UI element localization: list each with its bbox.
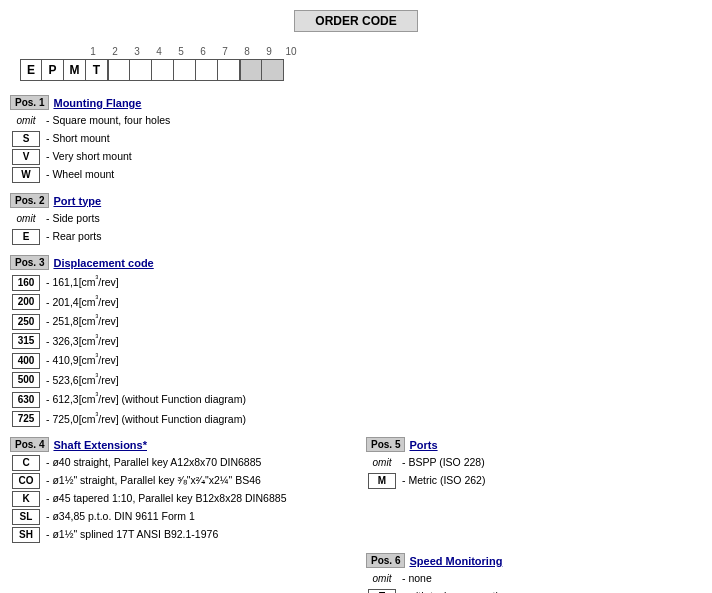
section-rows-pos2: omit- Side portsE- Rear ports bbox=[10, 211, 346, 245]
section-pos4: Pos. 4Shaft Extensions*C- ø40 straight, … bbox=[10, 437, 346, 545]
section-header-pos1: Pos. 1Mounting Flange bbox=[10, 95, 346, 110]
section-row: E- Rear ports bbox=[12, 229, 346, 245]
row-key: 630 bbox=[12, 392, 40, 408]
row-key: 315 bbox=[12, 333, 40, 349]
row-desc: - ø1½" splined 17T ANSI B92.1-1976 bbox=[46, 527, 218, 542]
row-desc: - Metric (ISO 262) bbox=[402, 473, 485, 488]
row-key: 200 bbox=[12, 294, 40, 310]
row-desc: - ø40 straight, Parallel key A12x8x70 DI… bbox=[46, 455, 261, 470]
row-desc: - none bbox=[402, 571, 432, 586]
section-row: 630- 612,3[cm³/rev] (without Function di… bbox=[12, 390, 346, 408]
section-rows-pos4: C- ø40 straight, Parallel key A12x8x70 D… bbox=[10, 455, 346, 543]
row-key: M bbox=[368, 473, 396, 489]
row-desc: - Rear ports bbox=[46, 229, 101, 244]
row-key: 500 bbox=[12, 372, 40, 388]
section-row: T- with tacho connection (only for side … bbox=[368, 589, 702, 593]
number-cell: 3 bbox=[126, 46, 148, 57]
section-rows-pos6: omit- noneT- with tacho connection (only… bbox=[366, 571, 702, 593]
code-grid: 12345678910 EPMT bbox=[10, 46, 702, 81]
row-key: 725 bbox=[12, 411, 40, 427]
row-key: K bbox=[12, 491, 40, 507]
number-cell: 6 bbox=[192, 46, 214, 57]
section-row: SL- ø34,85 p.t.o. DIN 9611 Form 1 bbox=[12, 509, 346, 525]
section-header-pos4: Pos. 4Shaft Extensions* bbox=[10, 437, 346, 452]
section-row: omit- Side ports bbox=[12, 211, 346, 227]
pos-badge-pos6: Pos. 6 bbox=[366, 553, 405, 568]
pos-badge-pos5: Pos. 5 bbox=[366, 437, 405, 452]
row-key: V bbox=[12, 149, 40, 165]
page-container: ORDER CODE 12345678910 EPMT Pos. 1Mounti… bbox=[10, 10, 702, 593]
row-key: E bbox=[12, 229, 40, 245]
row-desc: - 612,3[cm³/rev] (without Function diagr… bbox=[46, 390, 246, 406]
section-rows-pos3: 160- 161,1[cm³/rev]200- 201,4[cm³/rev]25… bbox=[10, 273, 346, 427]
section-title-pos1: Mounting Flange bbox=[53, 97, 141, 109]
row-key: omit bbox=[12, 211, 40, 227]
pos-badge-pos4: Pos. 4 bbox=[10, 437, 49, 452]
number-cell: 4 bbox=[148, 46, 170, 57]
row-key: omit bbox=[368, 455, 396, 471]
section-pos3: Pos. 3Displacement code160- 161,1[cm³/re… bbox=[10, 255, 346, 429]
row-desc: - 523,6[cm³/rev] bbox=[46, 371, 119, 387]
section-title-pos3: Displacement code bbox=[53, 257, 153, 269]
row-desc: - ø1½" straight, Parallel key ³⁄₈"x²⁄₄"x… bbox=[46, 473, 261, 488]
section-row: omit- BSPP (ISO 228) bbox=[368, 455, 702, 471]
row-desc: - 725,0[cm³/rev] (without Function diagr… bbox=[46, 410, 246, 426]
number-cell: 7 bbox=[214, 46, 236, 57]
row-desc: - 410,9[cm³/rev] bbox=[46, 351, 119, 367]
section-rows-pos1: omit- Square mount, four holesS- Short m… bbox=[10, 113, 346, 183]
code-letter-box: M bbox=[64, 59, 86, 81]
page-title: ORDER CODE bbox=[294, 10, 417, 32]
row-key: SL bbox=[12, 509, 40, 525]
row-key: omit bbox=[368, 571, 396, 587]
row-desc: - 326,3[cm³/rev] bbox=[46, 332, 119, 348]
row-desc: - Short mount bbox=[46, 131, 110, 146]
row-key: 400 bbox=[12, 353, 40, 369]
number-row: 12345678910 bbox=[82, 46, 702, 57]
code-letter-box: E bbox=[20, 59, 42, 81]
row-desc: - Very short mount bbox=[46, 149, 132, 164]
row-desc: - with tacho connection (only for side p… bbox=[402, 589, 589, 593]
row-key: C bbox=[12, 455, 40, 471]
section-pos5: Pos. 5Portsomit- BSPP (ISO 228)M- Metric… bbox=[366, 437, 702, 545]
section-row: S- Short mount bbox=[12, 131, 346, 147]
sections-grid: Pos. 1Mounting Flangeomit- Square mount,… bbox=[10, 95, 702, 593]
row-key: T bbox=[368, 589, 396, 593]
section-row: C- ø40 straight, Parallel key A12x8x70 D… bbox=[12, 455, 346, 471]
row-desc: - ø45 tapered 1:10, Parallel key B12x8x2… bbox=[46, 491, 286, 506]
section-title-pos5: Ports bbox=[409, 439, 437, 451]
pos-badge-pos2: Pos. 2 bbox=[10, 193, 49, 208]
code-letter-box: T bbox=[86, 59, 108, 81]
code-gray-box bbox=[262, 59, 284, 81]
section-row: 315- 326,3[cm³/rev] bbox=[12, 332, 346, 350]
number-cell: 8 bbox=[236, 46, 258, 57]
code-empty-box bbox=[130, 59, 152, 81]
code-row: EPMT bbox=[20, 59, 702, 81]
section-row: 500- 523,6[cm³/rev] bbox=[12, 371, 346, 389]
row-key: SH bbox=[12, 527, 40, 543]
section-pos1: Pos. 1Mounting Flangeomit- Square mount,… bbox=[10, 95, 346, 185]
section-row: M- Metric (ISO 262) bbox=[368, 473, 702, 489]
section-row: omit- Square mount, four holes bbox=[12, 113, 346, 129]
section-pos6: Pos. 6Speed Monitoringomit- noneT- with … bbox=[366, 553, 702, 593]
section-row: omit- none bbox=[368, 571, 702, 587]
row-desc: - ø34,85 p.t.o. DIN 9611 Form 1 bbox=[46, 509, 195, 524]
number-cell: 5 bbox=[170, 46, 192, 57]
section-pos2: Pos. 2Port typeomit- Side portsE- Rear p… bbox=[10, 193, 346, 247]
number-cell: 9 bbox=[258, 46, 280, 57]
section-header-pos6: Pos. 6Speed Monitoring bbox=[366, 553, 702, 568]
section-rows-pos5: omit- BSPP (ISO 228)M- Metric (ISO 262) bbox=[366, 455, 702, 489]
code-letter-box: P bbox=[42, 59, 64, 81]
row-key: 160 bbox=[12, 275, 40, 291]
section-row: K- ø45 tapered 1:10, Parallel key B12x8x… bbox=[12, 491, 346, 507]
row-key: CO bbox=[12, 473, 40, 489]
section-row: SH- ø1½" splined 17T ANSI B92.1-1976 bbox=[12, 527, 346, 543]
row-desc: - Square mount, four holes bbox=[46, 113, 170, 128]
section-header-pos2: Pos. 2Port type bbox=[10, 193, 346, 208]
section-header-pos5: Pos. 5Ports bbox=[366, 437, 702, 452]
row-desc: - Side ports bbox=[46, 211, 100, 226]
pos-badge-pos1: Pos. 1 bbox=[10, 95, 49, 110]
section-row: 250- 251,8[cm³/rev] bbox=[12, 312, 346, 330]
row-key: omit bbox=[12, 113, 40, 129]
section-title-pos4: Shaft Extensions* bbox=[53, 439, 147, 451]
code-empty-box bbox=[108, 59, 130, 81]
